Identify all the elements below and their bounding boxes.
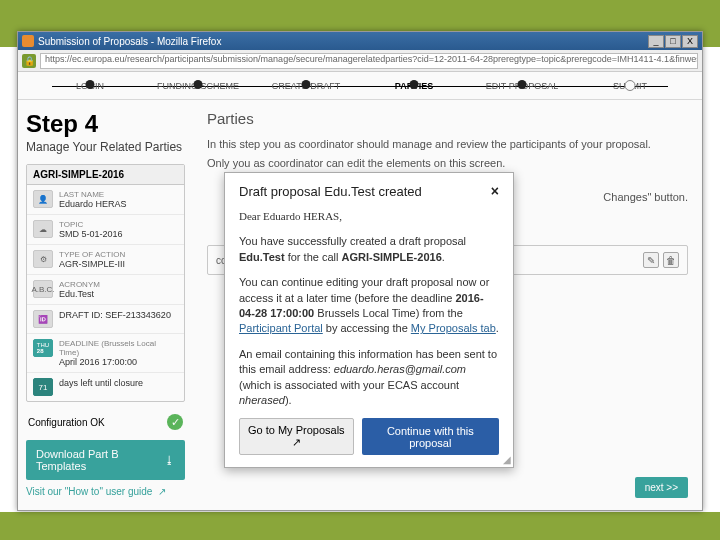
info-row-topic: ☁ TOPICSMD 5-01-2016 [27, 215, 184, 245]
call-code: AGRI-SIMPLE-2016 [27, 165, 184, 185]
info-row-days-left: 71 days left until closure [27, 373, 184, 401]
info-row-toa: ⚙ TYPE OF ACTIONAGR-SIMPLE-III [27, 245, 184, 275]
edit-icon[interactable]: ✎ [643, 252, 659, 268]
step-login[interactable]: LOGIN [36, 81, 144, 91]
download-templates-button[interactable]: Download Part B Templates ⭳ [26, 440, 185, 480]
step-submit[interactable]: SUBMIT [576, 81, 684, 91]
page-title: Parties [207, 110, 688, 127]
modal-title: Draft proposal Edu.Test created [239, 184, 422, 199]
step-subheading: Manage Your Related Parties [26, 140, 185, 154]
go-to-my-proposals-button[interactable]: Go to My Proposals ↗ [239, 418, 354, 455]
cloud-icon: ☁ [33, 220, 53, 238]
step-funding[interactable]: FUNDING SCHEME [144, 81, 252, 91]
step-create-draft[interactable]: CREATE DRAFT [252, 81, 360, 91]
calendar-icon: THU28 [33, 339, 53, 357]
abc-icon: A.B.C. [33, 280, 53, 298]
maximize-button[interactable]: □ [665, 35, 681, 48]
page-desc-1: In this step you as coordinator should m… [207, 137, 688, 152]
modal-close-button[interactable]: × [491, 183, 499, 199]
modal-success-text: You have successfully created a draft pr… [239, 234, 499, 265]
delete-icon[interactable]: 🗑 [663, 252, 679, 268]
urlbar: 🔒 https://ec.europa.eu/research/particip… [18, 50, 702, 72]
modal-greeting: Dear Eduardo HERAS, [239, 209, 499, 224]
user-guide-link[interactable]: Visit our "How to" user guide ↗ [26, 486, 185, 497]
info-row-user: 👤 LAST NAMEEduardo HERAS [27, 185, 184, 215]
proposal-info-box: AGRI-SIMPLE-2016 👤 LAST NAMEEduardo HERA… [26, 164, 185, 402]
info-row-deadline: THU28 DEADLINE (Brussels Local Time)Apri… [27, 334, 184, 373]
external-link-icon: ↗ [158, 486, 166, 497]
draft-created-modal: Draft proposal Edu.Test created × Dear E… [224, 172, 514, 468]
resize-handle-icon[interactable]: ◢ [503, 454, 511, 465]
close-window-button[interactable]: X [682, 35, 698, 48]
modal-continue-text: You can continue editing your draft prop… [239, 275, 499, 337]
step-heading: Step 4 [26, 110, 185, 138]
person-icon: 👤 [33, 190, 53, 208]
days-left-icon: 71 [33, 378, 53, 396]
next-button[interactable]: next >> [635, 477, 688, 498]
left-panel: Step 4 Manage Your Related Parties AGRI-… [18, 100, 193, 510]
check-icon: ✓ [167, 414, 183, 430]
firefox-icon [22, 35, 34, 47]
progress-stepper: LOGIN FUNDING SCHEME CREATE DRAFT PARTIE… [18, 72, 702, 100]
window-titlebar: Submission of Proposals - Mozilla Firefo… [18, 32, 702, 50]
my-proposals-tab-link[interactable]: My Proposals tab [411, 322, 496, 334]
gear-icon: ⚙ [33, 250, 53, 268]
url-field[interactable]: https://ec.europa.eu/research/participan… [40, 53, 698, 69]
step-edit-proposal[interactable]: EDIT PROPOSAL [468, 81, 576, 91]
participant-portal-link[interactable]: Participant Portal [239, 322, 323, 334]
continue-proposal-button[interactable]: Continue with this proposal [362, 418, 499, 455]
window-title: Submission of Proposals - Mozilla Firefo… [38, 36, 221, 47]
info-row-acronym: A.B.C. ACRONYMEdu.Test [27, 275, 184, 305]
page-desc-2: Only you as coordinator can edit the ele… [207, 156, 688, 171]
lock-icon: 🔒 [22, 54, 36, 68]
info-row-draft-id: 🆔 DRAFT ID: SEF-213343620 [27, 305, 184, 334]
browser-window: Submission of Proposals - Mozilla Firefo… [17, 31, 703, 511]
id-icon: 🆔 [33, 310, 53, 328]
minimize-button[interactable]: _ [648, 35, 664, 48]
modal-email-text: An email containing this information has… [239, 347, 499, 409]
step-parties[interactable]: PARTIES [360, 81, 468, 91]
config-status: Configuration OK ✓ [26, 410, 185, 434]
download-icon: ⭳ [164, 454, 175, 466]
